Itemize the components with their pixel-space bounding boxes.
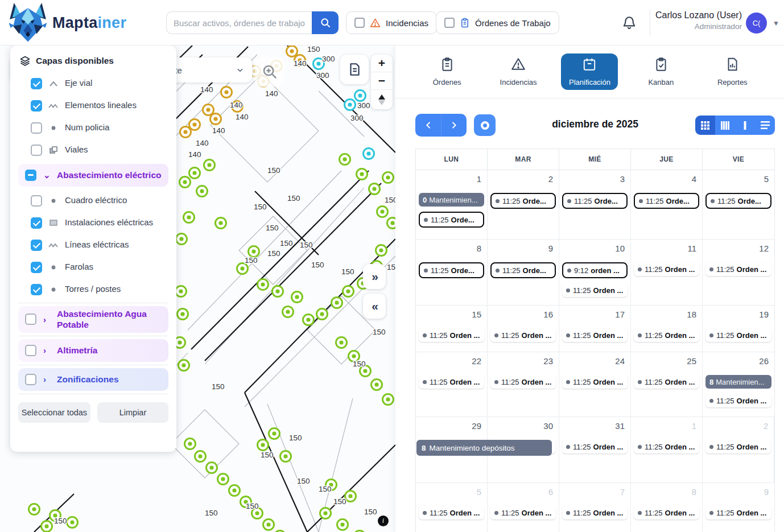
search-input[interactable]	[166, 11, 312, 34]
map-marker[interactable]	[320, 508, 331, 519]
layer-checkbox[interactable]	[31, 217, 42, 229]
map-marker[interactable]	[237, 263, 248, 274]
layer-checkbox[interactable]	[31, 78, 42, 89]
calendar-event[interactable]: 11:25Orden ...	[634, 506, 699, 519]
map-marker[interactable]	[179, 360, 189, 371]
layer-checkbox[interactable]	[31, 100, 42, 112]
group-checkbox[interactable]	[25, 314, 36, 325]
map-compass-button[interactable]	[371, 90, 393, 109]
map-marker[interactable]	[180, 177, 191, 188]
layer-item-instalaciones-electricas[interactable]: Instalaciones eléctricas	[18, 212, 168, 234]
collapse-panel-button[interactable]: «	[363, 294, 386, 319]
map-marker[interactable]	[292, 292, 303, 303]
map-marker[interactable]	[29, 504, 40, 515]
group-altimetria[interactable]: ›Altimetría	[18, 339, 168, 362]
calendar-day-cell[interactable]: 911:25Orde...	[488, 240, 559, 306]
map-marker[interactable]	[303, 315, 314, 325]
layer-item-viales[interactable]: Viales	[18, 139, 168, 161]
calendar-day-cell[interactable]: 711:25Orden ...	[559, 483, 631, 532]
map-marker[interactable]	[383, 172, 394, 183]
calendar-event[interactable]: 9:12orden ...	[562, 262, 628, 278]
map-marker[interactable]	[357, 169, 368, 180]
layer-checkbox[interactable]	[31, 262, 42, 273]
map-marker[interactable]	[258, 440, 269, 451]
calendar-event[interactable]: 11:25Orden ...	[562, 440, 628, 453]
calendar-day-cell[interactable]: 911:25Orden ...	[703, 483, 774, 532]
calendar-event[interactable]: 11:25Orden ...	[705, 262, 771, 276]
tab-incidencias[interactable]: Incidencias	[490, 53, 547, 90]
calendar-event[interactable]: 11:25Orde...	[419, 262, 484, 278]
calendar-day-cell[interactable]: 1611:25Orden ...	[488, 306, 559, 352]
group-checkbox[interactable]	[25, 374, 36, 385]
incidencias-checkbox[interactable]	[354, 18, 365, 28]
avatar[interactable]: C(	[746, 13, 767, 34]
map-marker[interactable]	[176, 234, 187, 245]
calendar-event[interactable]: 11:25Orden ...	[490, 328, 556, 342]
calendar-event[interactable]: 11:25Orde...	[490, 262, 556, 278]
tab-planificacion[interactable]: Planificación	[561, 53, 618, 90]
map-marker[interactable]	[273, 286, 283, 297]
calendar-event[interactable]: 11:25Orden ...	[562, 328, 628, 342]
user-info[interactable]: Carlos Lozano (User) Administrador	[655, 10, 742, 31]
calendar-event[interactable]: 11:25Orden ...	[562, 375, 628, 389]
calendar-day-cell[interactable]: 311:25Orde...	[559, 170, 631, 240]
map-marker[interactable]	[263, 519, 274, 530]
map-marker[interactable]	[185, 439, 196, 449]
view-list-button[interactable]	[755, 116, 775, 135]
calendar-day-cell[interactable]: 3111:25Orden ...	[559, 417, 631, 483]
map-marker[interactable]	[383, 394, 394, 405]
map-marker[interactable]	[387, 218, 396, 229]
document-tool-button[interactable]	[340, 55, 369, 84]
map-marker[interactable]	[345, 100, 356, 110]
map-marker[interactable]	[180, 127, 191, 138]
notifications-bell-button[interactable]	[622, 15, 637, 31]
layer-checkbox[interactable]	[31, 284, 42, 295]
map-marker[interactable]	[258, 279, 269, 290]
calendar-day-cell[interactable]: 1211:25Orden ...	[703, 240, 774, 306]
map-marker[interactable]	[178, 309, 188, 320]
incidencias-filter-toggle[interactable]: Incidencias	[346, 11, 437, 34]
select-all-layers-button[interactable]: Seleccionar todas	[18, 402, 90, 423]
calendar-day-cell[interactable]: 811:25Orden ...	[631, 483, 703, 532]
tab-kanban[interactable]: Kanban	[633, 53, 690, 90]
group-abastecimiento-electrico[interactable]: ⌄ Abastecimiento eléctrico	[18, 164, 168, 187]
view-month-button[interactable]	[695, 116, 715, 135]
map-marker[interactable]	[355, 90, 366, 101]
calendar-event[interactable]: 11:25Orden ...	[562, 283, 628, 297]
calendar-day-cell[interactable]: 811:25Orde...	[416, 240, 488, 306]
calendar-day-cell[interactable]: 268Mantenimien...11:25Orden ...	[703, 352, 774, 417]
map-marker[interactable]	[345, 491, 356, 502]
map-marker[interactable]	[207, 463, 217, 473]
map-marker[interactable]	[203, 105, 214, 116]
map-marker[interactable]	[369, 184, 380, 195]
map-marker[interactable]	[343, 286, 354, 297]
calendar-event[interactable]: 11:25Orde...	[705, 193, 771, 209]
calendar-day-cell[interactable]: 10Mantenimien...11:25Orde...	[416, 170, 488, 240]
map-marker[interactable]	[280, 451, 291, 462]
calendar-day-cell[interactable]: 211:25Orde...	[488, 170, 559, 240]
map-zoom-in-button[interactable]: +	[371, 55, 393, 72]
map-zoom-out-button[interactable]: −	[371, 72, 393, 90]
calendar-event[interactable]: 11:25Orde...	[562, 193, 628, 209]
map-marker[interactable]	[283, 307, 294, 317]
calendar-day-cell[interactable]: 411:25Orde...	[631, 170, 703, 240]
calendar-event[interactable]: 11:25Orden ...	[419, 328, 484, 342]
calendar-event[interactable]: 11:25Orde...	[634, 193, 699, 209]
map-marker[interactable]	[249, 246, 259, 257]
layer-checkbox[interactable]	[31, 122, 42, 134]
calendar-day-cell[interactable]: 2411:25Orden ...	[559, 352, 631, 417]
calendar-event[interactable]: 11:25Orden ...	[490, 375, 556, 389]
view-day-button[interactable]	[735, 116, 755, 135]
layer-checkbox[interactable]	[31, 240, 42, 251]
group-zonificaciones[interactable]: ›Zonificaciones	[18, 368, 168, 391]
calendar-event[interactable]: 11:25Orde...	[419, 212, 484, 228]
map-marker[interactable]	[340, 154, 350, 165]
calendar-day-cell[interactable]: 1511:25Orden ...	[416, 306, 488, 352]
calendar-event[interactable]: 11:25Orden ...	[705, 394, 771, 407]
map-marker[interactable]	[332, 298, 343, 308]
map-marker[interactable]	[372, 380, 382, 390]
expand-panel-button[interactable]: »	[363, 264, 386, 289]
map-marker[interactable]	[67, 517, 78, 528]
group-abastecimiento-agua-potable[interactable]: ›Abastecimiento Agua Potable	[18, 306, 168, 333]
calendar-day-cell[interactable]: 2511:25Orden ...	[631, 352, 703, 417]
